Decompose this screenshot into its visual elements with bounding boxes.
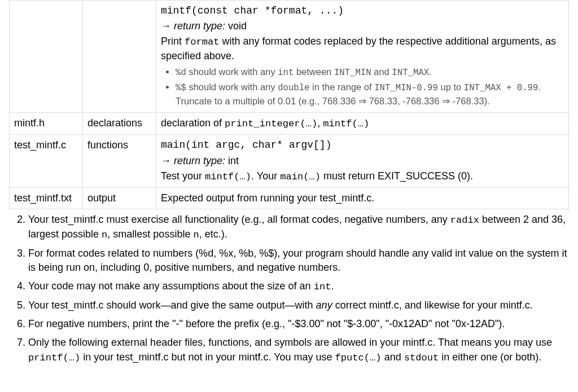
list-item: Your code may not make any assumptions a… — [28, 279, 569, 294]
spec-table: mintf(const char *format, ...) → return … — [9, 0, 569, 209]
list-item: Your test_mintf.c should work—and give t… — [28, 298, 569, 312]
table-row: test_mintf.txt output Expected output fr… — [10, 187, 569, 209]
return-type-line: → return type: void — [161, 19, 564, 33]
list-item: For format codes related to numbers (%d,… — [28, 246, 569, 275]
rules-list: Your test_mintf.c must exercise all func… — [9, 213, 569, 365]
list-item: For negative numbers, print the "-" befo… — [28, 317, 569, 331]
signature: mintf(const char *format, ...) — [161, 4, 564, 18]
list-item: Only the following external header files… — [28, 336, 569, 364]
list-item: %$ should work with any double in the ra… — [176, 81, 564, 108]
cell-kind: functions — [83, 135, 156, 187]
cell-desc: main(int argc, char* argv[]) → return ty… — [156, 135, 569, 187]
arrow-icon: → — [161, 20, 171, 32]
cell-kind — [83, 1, 156, 113]
return-type-line: → return type: int — [161, 154, 564, 168]
table-row: test_mintf.c functions main(int argc, ch… — [10, 135, 569, 187]
list-item: Your test_mintf.c must exercise all func… — [28, 213, 569, 242]
cell-file: test_mintf.txt — [10, 187, 83, 209]
return-type-value: int — [225, 155, 239, 166]
cell-file: test_mintf.c — [10, 135, 83, 187]
list-item: %d should work with any int between INT_… — [176, 65, 564, 80]
return-type-label: return type: — [174, 155, 225, 166]
cell-desc: Expected output from running your test_m… — [156, 187, 569, 209]
cell-file: mintf.h — [10, 113, 83, 135]
return-type-value: void — [225, 20, 247, 32]
arrow-icon: → — [161, 155, 171, 166]
desc-text: Test your mintf(…). Your main(…) must re… — [161, 169, 564, 184]
return-type-label: return type: — [174, 20, 225, 32]
signature: main(int argc, char* argv[]) — [161, 138, 564, 152]
cell-file — [10, 1, 83, 113]
sub-bullets: %d should work with any int between INT_… — [161, 65, 564, 108]
table-row: mintf(const char *format, ...) → return … — [10, 1, 569, 113]
cell-desc: declaration of print_integer(…), mintf(…… — [156, 113, 569, 135]
cell-kind: output — [83, 187, 156, 209]
cell-kind: declarations — [83, 113, 156, 135]
table-row: mintf.h declarations declaration of prin… — [10, 113, 569, 135]
cell-desc: mintf(const char *format, ...) → return … — [156, 1, 569, 113]
desc-text: Print format with any format codes repla… — [161, 34, 564, 63]
